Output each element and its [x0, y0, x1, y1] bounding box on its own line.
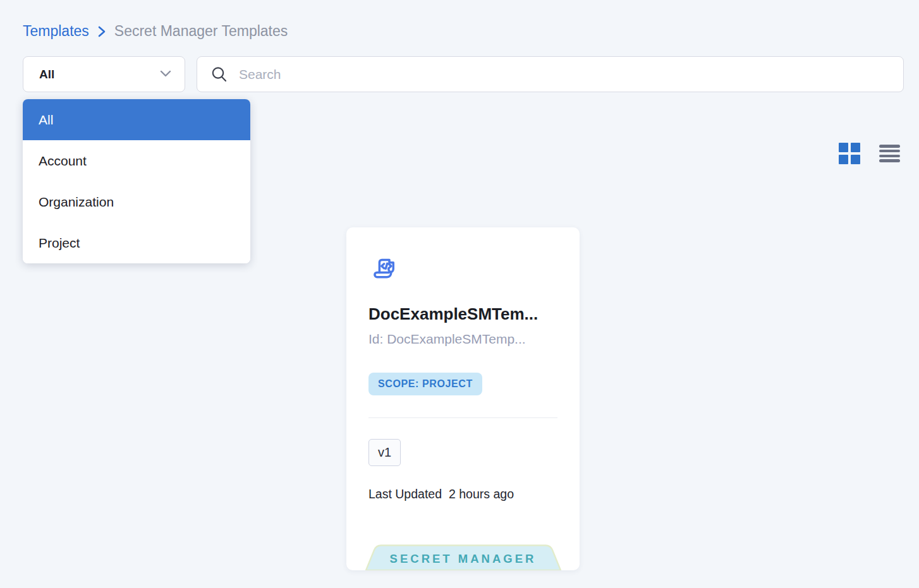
- menu-item-account[interactable]: Account: [23, 140, 250, 181]
- version-chip[interactable]: v1: [368, 439, 401, 466]
- breadcrumb-templates-link[interactable]: Templates: [23, 23, 89, 40]
- last-updated: Last Updated 2 hours ago: [368, 487, 514, 501]
- template-card[interactable]: DocExampleSMTem... Id: DocExampleSMTemp.…: [346, 227, 580, 570]
- menu-item-project[interactable]: Project: [23, 222, 250, 263]
- scope-filter-menu: All Account Organization Project: [23, 99, 250, 263]
- grid-view-icon[interactable]: [839, 143, 860, 164]
- search-box: [197, 56, 904, 92]
- list-view-icon[interactable]: [879, 144, 900, 163]
- card-divider: [368, 417, 557, 418]
- ribbon-label: SECRET MANAGER: [365, 547, 562, 570]
- breadcrumb-current: Secret Manager Templates: [114, 23, 288, 40]
- template-code-icon: [370, 254, 402, 288]
- card-type-ribbon: SECRET MANAGER: [365, 543, 562, 570]
- view-toggles: [839, 143, 900, 164]
- last-updated-value: 2 hours ago: [449, 487, 514, 501]
- chevron-right-icon: [97, 25, 107, 38]
- template-card-title: DocExampleSMTem...: [368, 304, 567, 324]
- template-card-id: Id: DocExampleSMTemp...: [368, 332, 567, 347]
- menu-item-organization[interactable]: Organization: [23, 181, 250, 222]
- scope-filter-select[interactable]: All: [23, 56, 185, 92]
- search-input[interactable]: [239, 67, 893, 82]
- last-updated-label: Last Updated: [368, 487, 442, 501]
- chevron-down-icon: [159, 69, 172, 80]
- menu-item-all[interactable]: All: [23, 99, 250, 140]
- scope-badge: SCOPE: PROJECT: [368, 373, 482, 395]
- scope-filter-value: All: [39, 68, 54, 81]
- breadcrumb: Templates Secret Manager Templates: [23, 23, 288, 40]
- search-icon: [210, 65, 229, 84]
- templates-page: Templates Secret Manager Templates All A…: [0, 0, 919, 588]
